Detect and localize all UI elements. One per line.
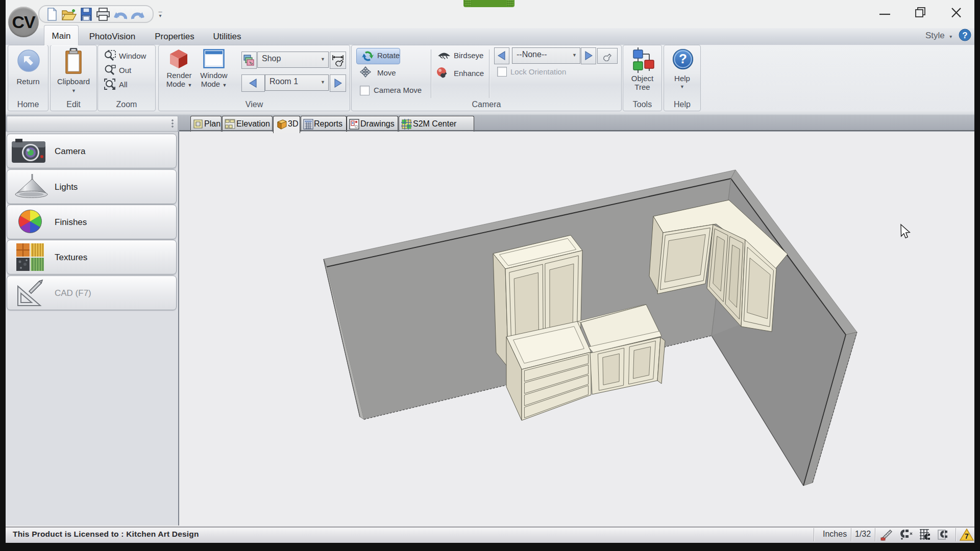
svg-text:7: 7	[965, 532, 969, 540]
svg-text:?: ?	[962, 31, 967, 40]
svg-text:?: ?	[679, 51, 687, 66]
